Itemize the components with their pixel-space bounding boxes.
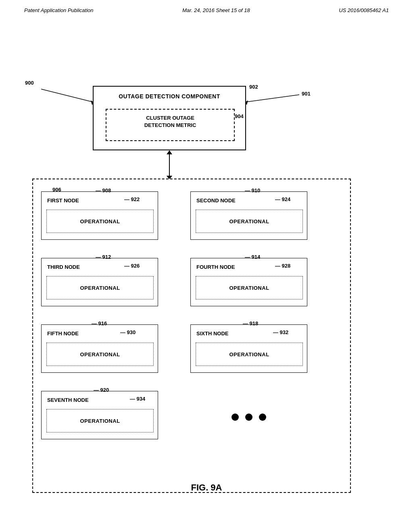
dots-container	[190, 405, 307, 429]
label-928: — 928	[275, 263, 290, 269]
outage-detection-box: OUTAGE DETECTION COMPONENT CLUSTER OUTAG…	[93, 86, 246, 150]
node-918-title: SIXTH NODE	[196, 330, 307, 337]
node-920-operational: OPERATIONAL	[46, 409, 154, 432]
dot-1	[232, 414, 239, 421]
label-906: 906	[52, 187, 61, 193]
label-902: 902	[249, 84, 258, 90]
node-914-status: OPERATIONAL	[229, 285, 269, 291]
svg-line-2	[246, 95, 299, 102]
dot-3	[259, 414, 266, 421]
node-box-908: FIRST NODE OPERATIONAL	[41, 191, 158, 240]
label-900: 900	[25, 80, 34, 86]
node-918-status: OPERATIONAL	[229, 351, 269, 357]
node-908-title: FIRST NODE	[47, 197, 158, 204]
cluster-metric-label: CLUSTER OUTAGE DETECTION METRIC	[106, 114, 234, 129]
dot-2	[245, 414, 252, 421]
cluster-box: FIRST NODE OPERATIONAL — 908 — 922 SECON…	[32, 179, 351, 493]
node-914-operational: OPERATIONAL	[196, 276, 303, 299]
label-918: — 918	[243, 320, 258, 326]
header-center: Mar. 24, 2016 Sheet 15 of 18	[182, 7, 250, 13]
node-908-status: OPERATIONAL	[80, 218, 120, 224]
node-918-operational: OPERATIONAL	[196, 343, 303, 366]
node-920-status: OPERATIONAL	[80, 418, 120, 424]
label-926: — 926	[124, 263, 140, 269]
outage-detection-title: OUTAGE DETECTION COMPONENT	[94, 93, 245, 100]
node-916-status: OPERATIONAL	[80, 351, 120, 357]
node-box-918: SIXTH NODE OPERATIONAL	[190, 324, 307, 373]
cluster-metric-box: CLUSTER OUTAGE DETECTION METRIC	[106, 109, 235, 141]
node-910-operational: OPERATIONAL	[196, 210, 303, 233]
svg-marker-7	[167, 150, 172, 154]
label-924: — 924	[275, 196, 290, 202]
label-934: — 934	[130, 396, 145, 402]
node-912-status: OPERATIONAL	[80, 285, 120, 291]
label-916: — 916	[92, 320, 107, 326]
label-901: 901	[302, 91, 311, 97]
label-904: 904	[235, 113, 244, 119]
label-930: — 930	[120, 329, 136, 335]
label-932: — 932	[273, 329, 288, 335]
label-908: — 908	[96, 187, 111, 193]
node-912-operational: OPERATIONAL	[46, 276, 154, 299]
node-908-operational: OPERATIONAL	[46, 210, 154, 233]
node-916-operational: OPERATIONAL	[46, 343, 154, 366]
label-920: — 920	[94, 387, 109, 393]
header-left: Patent Application Publication	[24, 7, 94, 13]
label-912: — 912	[96, 254, 111, 260]
svg-line-0	[41, 89, 93, 102]
node-box-916: FIFTH NODE OPERATIONAL	[41, 324, 158, 373]
fig-caption: FIG. 9A	[0, 482, 413, 493]
node-910-status: OPERATIONAL	[229, 218, 269, 224]
label-922: — 922	[124, 196, 140, 202]
node-916-title: FIFTH NODE	[47, 330, 158, 337]
header-right: US 2016/0085462 A1	[339, 7, 389, 13]
node-912-title: THIRD NODE	[47, 264, 158, 270]
label-914: — 914	[245, 254, 260, 260]
label-910: — 910	[245, 187, 260, 193]
node-box-912: THIRD NODE OPERATIONAL	[41, 258, 158, 306]
